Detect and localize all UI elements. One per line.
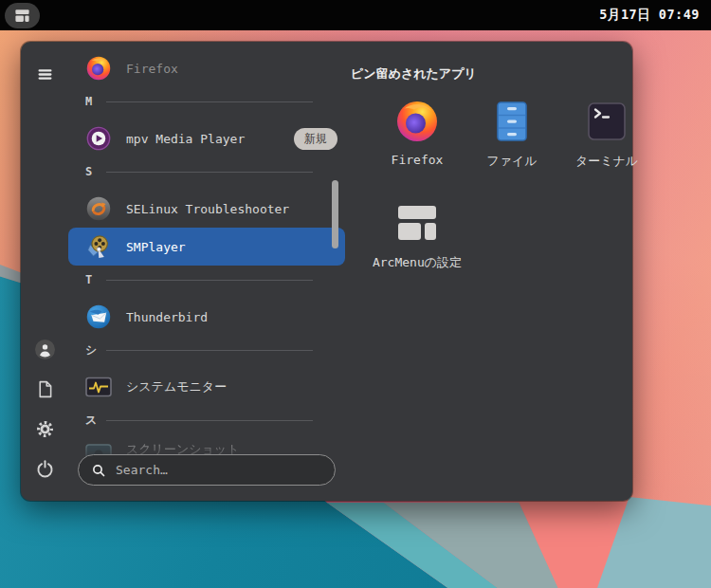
system-monitor-icon	[85, 374, 112, 400]
pinned-app[interactable]: ArcMenuの設定	[370, 196, 465, 275]
section-letter: M	[85, 95, 106, 108]
mpv-icon	[85, 125, 112, 152]
pinned-app-label: ArcMenuの設定	[373, 254, 462, 271]
app-list-item[interactable]: SMPlayer	[68, 228, 345, 266]
section-divider	[106, 172, 313, 173]
section-header: S	[68, 161, 345, 182]
gear-icon	[35, 419, 55, 439]
app-label: Firefox	[126, 62, 178, 76]
pinned-app-label: Firefox	[392, 153, 444, 167]
app-label: システムモニター	[126, 378, 227, 395]
app-label: SMPlayer	[126, 240, 186, 254]
section-header: T	[68, 269, 345, 290]
app-list-item[interactable]: mpv Media Player新規	[68, 119, 345, 157]
settings-button[interactable]	[33, 417, 56, 440]
search-icon	[91, 463, 106, 478]
section-header: M	[68, 91, 345, 112]
sidebar-bottom	[33, 338, 56, 480]
pinned-section: ピン留めされたアプリ FirefoxファイルターミナルArcMenuの設定	[351, 65, 626, 275]
clock[interactable]: 5月17日 07:49	[599, 7, 700, 24]
pinned-app-label: ターミナル	[575, 153, 638, 170]
pinned-app[interactable]: Firefox	[370, 95, 465, 174]
section-divider	[106, 101, 313, 102]
top-bar: 5月17日 07:49	[0, 0, 711, 30]
section-divider	[106, 420, 313, 421]
files-icon	[489, 99, 535, 144]
user-avatar-button[interactable]	[33, 338, 56, 360]
app-list-item[interactable]: Thunderbird	[68, 298, 345, 336]
documents-button[interactable]	[33, 377, 56, 400]
app-list: FirefoxMmpv Media Player新規SSELinux Troub…	[68, 49, 345, 463]
section-divider	[106, 350, 313, 351]
search-bar[interactable]	[78, 454, 336, 486]
section-letter: シ	[85, 342, 106, 358]
pinned-grid: FirefoxファイルターミナルArcMenuの設定	[351, 95, 626, 275]
app-list-item[interactable]: システムモニター	[68, 368, 345, 406]
arcmenu-icon	[394, 200, 440, 246]
section-divider	[106, 280, 313, 281]
firefox-icon	[85, 55, 112, 82]
menu-toggle-button[interactable]	[33, 63, 56, 85]
avatar-icon	[35, 340, 55, 359]
firefox-icon	[394, 99, 440, 144]
section-letter: T	[85, 273, 106, 286]
power-button[interactable]	[33, 457, 56, 480]
hamburger-icon	[35, 64, 55, 84]
thunderbird-icon	[85, 303, 112, 330]
section-header: ス	[68, 410, 345, 431]
power-icon	[35, 459, 55, 479]
new-badge: 新規	[294, 128, 337, 150]
app-list-item[interactable]: Firefox	[68, 49, 345, 87]
section-header: シ	[68, 340, 345, 360]
section-letter: S	[85, 165, 106, 178]
search-input[interactable]	[116, 463, 322, 477]
arcmenu-icon	[13, 8, 31, 24]
app-label: Thunderbird	[126, 310, 208, 324]
app-label: SELinux Troubleshooter	[126, 202, 289, 216]
section-letter: ス	[85, 413, 106, 429]
sidebar-top	[33, 63, 56, 85]
pinned-app[interactable]: ファイル	[465, 95, 559, 174]
document-icon	[35, 379, 55, 399]
pinned-app[interactable]: ターミナル	[559, 95, 654, 174]
smplayer-icon	[85, 233, 112, 260]
app-list-item[interactable]: SELinux Troubleshooter	[68, 190, 345, 228]
pinned-app-label: ファイル	[486, 153, 537, 170]
pinned-header: ピン留めされたアプリ	[351, 65, 626, 83]
arcmenu-panel: FirefoxMmpv Media Player新規SSELinux Troub…	[21, 42, 632, 501]
scrollbar-thumb[interactable]	[332, 180, 338, 248]
desktop: 5月17日 07:49 FirefoxMmpv Media Player新規SS…	[0, 0, 711, 588]
arcmenu-button[interactable]	[5, 3, 40, 28]
terminal-icon	[584, 99, 629, 144]
app-label: mpv Media Player	[126, 132, 245, 146]
selinux-icon	[85, 195, 112, 222]
